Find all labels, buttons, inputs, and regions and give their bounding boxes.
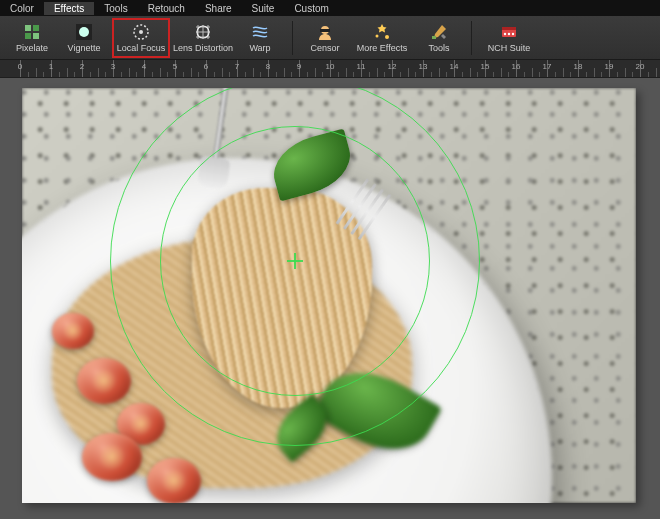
ruler-tick-mid — [67, 68, 68, 78]
ruler-number: 4 — [142, 62, 146, 71]
nch-suite-button[interactable]: NCH Suite — [480, 18, 538, 58]
ruler-tick-mid — [315, 68, 316, 78]
ruler-number: 11 — [357, 62, 366, 71]
svg-rect-2 — [25, 33, 31, 39]
horizontal-ruler: 01234567891011121314151617181920 — [0, 60, 660, 78]
toolbar-separator — [292, 21, 293, 55]
ruler-number: 14 — [450, 62, 459, 71]
menu-effects[interactable]: Effects — [44, 2, 94, 15]
ruler-tick-mid — [594, 68, 595, 78]
lens-distortion-label: Lens Distortion — [173, 43, 233, 53]
ruler-tick-mid — [501, 68, 502, 78]
censor-button[interactable]: Censor — [301, 18, 349, 58]
svg-point-16 — [504, 33, 506, 35]
tomato — [52, 313, 94, 349]
ruler-number: 2 — [80, 62, 84, 71]
pixelate-icon — [22, 22, 42, 42]
svg-rect-3 — [33, 33, 39, 39]
ruler-tick-mid — [377, 68, 378, 78]
local-focus-button[interactable]: Local Focus — [112, 18, 170, 58]
ruler-number: 5 — [173, 62, 177, 71]
tomato — [77, 358, 131, 404]
svg-point-18 — [512, 33, 514, 35]
ruler-tick-mid — [563, 68, 564, 78]
ruler-number: 7 — [235, 62, 239, 71]
warp-icon — [250, 22, 270, 42]
ruler-number: 17 — [543, 62, 552, 71]
effects-toolbar: PixelateVignetteLocal FocusLens Distorti… — [0, 16, 660, 60]
ruler-number: 1 — [49, 62, 53, 71]
tomato — [82, 433, 142, 481]
ruler-number: 12 — [388, 62, 397, 71]
ruler-number: 0 — [18, 62, 22, 71]
censor-icon — [315, 22, 335, 42]
vignette-button[interactable]: Vignette — [60, 18, 108, 58]
ruler-number: 3 — [111, 62, 115, 71]
ruler-number: 6 — [204, 62, 208, 71]
ruler-number: 16 — [512, 62, 521, 71]
svg-rect-1 — [33, 25, 39, 31]
svg-point-17 — [508, 33, 510, 35]
vignette-icon — [74, 22, 94, 42]
ruler-tick-mid — [439, 68, 440, 78]
ruler-tick-mid — [625, 68, 626, 78]
menu-custom[interactable]: Custom — [284, 2, 338, 15]
ruler-tick-mid — [253, 68, 254, 78]
svg-point-11 — [385, 35, 389, 39]
ruler-number: 9 — [297, 62, 301, 71]
local-focus-label: Local Focus — [117, 43, 166, 53]
ruler-tick-mid — [346, 68, 347, 78]
image-canvas[interactable] — [22, 88, 636, 503]
ruler-tick-mid — [160, 68, 161, 78]
ruler-tick-mid — [656, 68, 657, 78]
menu-tools[interactable]: Tools — [94, 2, 137, 15]
canvas-area[interactable] — [0, 78, 660, 519]
menu-retouch[interactable]: Retouch — [138, 2, 195, 15]
tools-icon — [429, 22, 449, 42]
svg-point-12 — [376, 35, 379, 38]
menu-suite[interactable]: Suite — [242, 2, 285, 15]
warp-label: Warp — [249, 43, 270, 53]
svg-rect-13 — [432, 36, 436, 39]
censor-label: Censor — [310, 43, 339, 53]
ruler-tick-mid — [129, 68, 130, 78]
pixelate-label: Pixelate — [16, 43, 48, 53]
menu-bar: ColorEffectsToolsRetouchShareSuiteCustom — [0, 0, 660, 16]
tools-button[interactable]: Tools — [415, 18, 463, 58]
menu-share[interactable]: Share — [195, 2, 242, 15]
more-effects-label: More Effects — [357, 43, 407, 53]
ruler-tick-mid — [408, 68, 409, 78]
pixelate-button[interactable]: Pixelate — [8, 18, 56, 58]
svg-rect-0 — [25, 25, 31, 31]
menu-color[interactable]: Color — [0, 2, 44, 15]
vignette-label: Vignette — [68, 43, 101, 53]
more-effects-icon — [372, 22, 392, 42]
svg-point-5 — [79, 27, 89, 37]
ruler-tick-mid — [532, 68, 533, 78]
nch-suite-label: NCH Suite — [488, 43, 531, 53]
ruler-number: 20 — [636, 62, 645, 71]
nch-suite-icon — [499, 22, 519, 42]
local-focus-icon — [131, 22, 151, 42]
ruler-number: 8 — [266, 62, 270, 71]
ruler-tick-mid — [98, 68, 99, 78]
ruler-tick-mid — [191, 68, 192, 78]
ruler-tick-mid — [36, 68, 37, 78]
warp-button[interactable]: Warp — [236, 18, 284, 58]
svg-rect-15 — [502, 27, 516, 30]
toolbar-separator — [471, 21, 472, 55]
ruler-tick-mid — [470, 68, 471, 78]
tools-label: Tools — [428, 43, 449, 53]
ruler-number: 19 — [605, 62, 614, 71]
more-effects-button[interactable]: More Effects — [353, 18, 411, 58]
lens-distortion-button[interactable]: Lens Distortion — [174, 18, 232, 58]
ruler-tick-mid — [222, 68, 223, 78]
svg-point-7 — [139, 30, 143, 34]
svg-rect-10 — [320, 29, 330, 32]
ruler-number: 10 — [326, 62, 335, 71]
ruler-number: 13 — [419, 62, 428, 71]
ruler-number: 18 — [574, 62, 583, 71]
lens-distortion-icon — [193, 22, 213, 42]
ruler-number: 15 — [481, 62, 490, 71]
tomato — [147, 458, 201, 503]
